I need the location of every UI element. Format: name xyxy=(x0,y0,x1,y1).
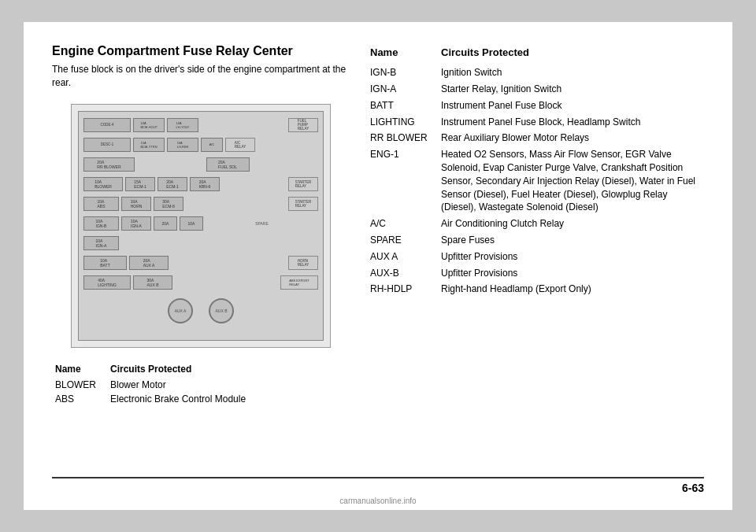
table-row: SPARE Spare Fuses xyxy=(367,232,704,249)
right-desc-aux-a: Upfitter Provisions xyxy=(438,249,704,265)
fuse-box: 10AIGN-A xyxy=(121,216,151,231)
fuse-label: ABS EXPORTRELAY xyxy=(280,275,318,290)
right-desc-eng1: Heated O2 Sensors, Mass Air Flow Sensor,… xyxy=(438,146,704,216)
right-name-ign-a: IGN-A xyxy=(367,81,438,98)
left-col-desc-header: Circuits Protected xyxy=(107,362,351,378)
fuse-box: 10A xyxy=(180,216,203,231)
fuse-box: 30AAUX B xyxy=(133,275,172,290)
fuse-box: 15ABCM-YTRN xyxy=(133,138,165,152)
left-desc-blower: Blower Motor xyxy=(107,378,351,392)
bottom-watermark: carmanualsonline.info xyxy=(339,497,416,505)
left-col-name-header: Name xyxy=(52,362,107,378)
right-desc-ign-b: Ignition Switch xyxy=(438,65,704,81)
fuse-box: 10ALH-RBK xyxy=(167,138,198,152)
table-row: IGN-A Starter Relay, Ignition Switch xyxy=(367,81,704,98)
fuse-box: 20AAUX A xyxy=(129,256,169,270)
right-col-name-header: Name xyxy=(367,44,438,65)
page-subtitle: The fuse block is on the driver's side o… xyxy=(52,63,351,90)
right-name-ac: A/C xyxy=(367,216,438,232)
table-row: ABS Electronic Brake Control Module xyxy=(52,392,351,406)
fuse-box: CODE-4 xyxy=(83,118,131,132)
table-row: BATT Instrument Panel Fuse Block xyxy=(367,98,704,114)
fuse-box: 15AECM-1 xyxy=(125,177,155,191)
right-name-rr-blower: RR BLOWER xyxy=(367,130,438,146)
page-title: Engine Compartment Fuse Relay Center xyxy=(52,44,351,58)
right-name-rh-hdlp: RH-HDLP xyxy=(367,281,438,297)
right-desc-rr-blower: Rear Auxiliary Blower Motor Relays xyxy=(438,130,704,146)
page-footer: 6-63 xyxy=(52,477,704,494)
table-row: AUX-B Upfitter Provisions xyxy=(367,265,704,282)
fuse-label: STARTERRELAY xyxy=(288,197,318,211)
fuse-box: 10AIGN-A xyxy=(83,236,119,250)
fuse-box: 10ABLOWER xyxy=(83,177,123,191)
fuse-box: 20AECM-1 xyxy=(158,177,187,191)
page: Engine Compartment Fuse Relay Center The… xyxy=(24,22,732,510)
table-row: ENG-1 Heated O2 Sensors, Mass Air Flow S… xyxy=(367,146,704,216)
left-name-blower: BLOWER xyxy=(52,378,107,392)
right-table: Name Circuits Protected IGN-B Ignition S… xyxy=(367,44,704,297)
fuse-box: 10ALH-YOLF xyxy=(167,118,198,132)
table-row: AUX A Upfitter Provisions xyxy=(367,249,704,265)
right-name-ign-b: IGN-B xyxy=(367,65,438,81)
relay-circle-aux-a: AUX A xyxy=(168,298,193,323)
fuse-box: A/C xyxy=(201,138,223,152)
right-name-eng1: ENG-1 xyxy=(367,146,438,216)
left-table-header: Name Circuits Protected xyxy=(52,362,351,378)
right-desc-ign-a: Starter Relay, Ignition Switch xyxy=(438,81,704,98)
fuse-box: DESC-1 xyxy=(83,138,131,152)
table-row: BLOWER Blower Motor xyxy=(52,378,351,392)
relay-circles: AUX A AUX B xyxy=(83,298,318,323)
right-desc-rh-hdlp: Right-hand Headlamp (Export Only) xyxy=(438,281,704,297)
right-table-header: Name Circuits Protected xyxy=(367,44,704,65)
right-desc-batt: Instrument Panel Fuse Block xyxy=(438,98,704,114)
right-name-spare: SPARE xyxy=(367,232,438,249)
fuse-box: 30AECM-8 xyxy=(154,197,183,211)
fuse-label: HORNRELAY xyxy=(288,256,318,270)
right-desc-aux-b: Upfitter Provisions xyxy=(438,265,704,282)
right-name-batt: BATT xyxy=(367,98,438,114)
fuse-box: 10ABATT xyxy=(83,256,127,270)
fuse-box: 10ABCM-HOLP xyxy=(133,118,165,132)
fuse-label: FUELPUMPRELAY xyxy=(288,118,318,132)
fuse-box: 10AHORN xyxy=(121,197,151,211)
fuse-box: 40ALIGHTING xyxy=(83,275,131,290)
right-desc-lighting: Instrument Panel Fuse Block, Headlamp Sw… xyxy=(438,114,704,131)
table-row: A/C Air Conditioning Clutch Relay xyxy=(367,216,704,232)
right-panel: Name Circuits Protected IGN-B Ignition S… xyxy=(367,44,704,469)
relay-circle-aux-b: AUX B xyxy=(209,298,234,323)
fuse-diagram: CODE-4 10ABCM-HOLP 10ALH-YOLF FUELPUMPRE… xyxy=(71,104,331,348)
fuse-label: STARTERRELAY xyxy=(288,177,318,191)
right-name-lighting: LIGHTING xyxy=(367,114,438,131)
table-row: RH-HDLP Right-hand Headlamp (Export Only… xyxy=(367,281,704,297)
right-col-desc-header: Circuits Protected xyxy=(438,44,704,65)
fuse-box: 10AIGN-B xyxy=(83,216,119,231)
fuse-box: 20A xyxy=(154,216,177,231)
left-table: Name Circuits Protected BLOWER Blower Mo… xyxy=(52,362,351,406)
right-name-aux-b: AUX-B xyxy=(367,265,438,282)
right-desc-ac: Air Conditioning Clutch Relay xyxy=(438,216,704,232)
right-name-aux-a: AUX A xyxy=(367,249,438,265)
left-panel: Engine Compartment Fuse Relay Center The… xyxy=(52,44,351,469)
left-name-abs: ABS xyxy=(52,392,107,406)
fuse-box: 20ARR BLOWER xyxy=(83,157,135,172)
table-row: LIGHTING Instrument Panel Fuse Block, He… xyxy=(367,114,704,131)
table-row: IGN-B Ignition Switch xyxy=(367,65,704,81)
fuse-box: 20AKBN-6 xyxy=(190,177,220,191)
fuse-box: 20AFUEL SOL xyxy=(206,157,250,172)
right-desc-spare: Spare Fuses xyxy=(438,232,704,249)
table-row: RR BLOWER Rear Auxiliary Blower Motor Re… xyxy=(367,130,704,146)
page-number: 6-63 xyxy=(682,482,704,494)
fuse-label: A/CRELAY xyxy=(225,138,255,152)
fuse-box: 10AABS xyxy=(83,197,119,211)
left-desc-abs: Electronic Brake Control Module xyxy=(107,392,351,406)
